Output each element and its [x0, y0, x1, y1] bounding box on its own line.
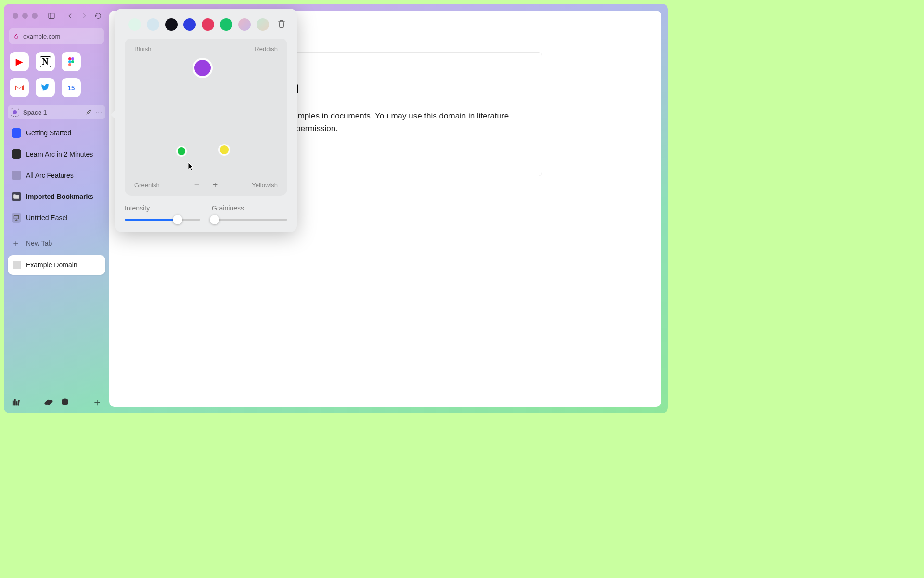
pinned-icon — [12, 128, 21, 138]
space-more-icon[interactable]: ··· — [95, 108, 103, 117]
slider-thumb[interactable] — [210, 215, 219, 224]
figma-icon — [68, 57, 75, 66]
color-swatch[interactable] — [183, 18, 196, 31]
tab-favicon — [13, 261, 21, 269]
svg-point-7 — [68, 63, 71, 66]
color-field-label-bluish: Bluish — [134, 45, 151, 53]
svg-point-5 — [68, 60, 71, 63]
color-field[interactable]: Bluish Reddish Greenish Yellowish − + — [125, 39, 287, 196]
color-field-label-greenish: Greenish — [134, 182, 160, 189]
slider-track[interactable] — [125, 219, 200, 221]
pinned-icon — [12, 149, 21, 159]
slider-thumb[interactable] — [173, 215, 182, 224]
favorite-figma[interactable] — [62, 52, 81, 71]
sidebar-footer: ＋ — [8, 394, 105, 408]
reload-icon[interactable] — [93, 10, 103, 22]
nav-back-icon[interactable] — [66, 10, 75, 22]
open-tabs: Example Domain — [8, 255, 105, 275]
archive-icon[interactable] — [61, 398, 69, 407]
address-text: example.com — [23, 33, 60, 40]
svg-rect-14 — [18, 400, 20, 405]
space-selector[interactable]: Space 1 ··· — [8, 105, 105, 119]
color-field-label-reddish: Reddish — [255, 45, 278, 53]
color-swatch[interactable] — [202, 18, 214, 31]
svg-rect-13 — [16, 402, 17, 406]
edit-space-icon[interactable] — [86, 108, 92, 117]
theme-popover: Bluish Reddish Greenish Yellowish − + In… — [115, 9, 297, 232]
svg-point-6 — [71, 60, 74, 63]
trash-icon[interactable] — [277, 18, 286, 31]
color-swatch[interactable] — [165, 18, 178, 31]
svg-rect-8 — [14, 215, 18, 219]
pinned-all-features[interactable]: All Arc Features — [8, 166, 105, 185]
lock-icon — [13, 33, 19, 39]
color-swatch[interactable] — [147, 18, 159, 31]
color-swatch[interactable] — [238, 18, 251, 31]
pinned-untitled-easel[interactable]: Untitled Easel — [8, 208, 105, 227]
pinned-icon — [12, 171, 21, 180]
pinned-getting-started[interactable]: Getting Started — [8, 123, 105, 143]
color-node-tertiary[interactable] — [220, 145, 229, 154]
nav-forward-icon[interactable] — [80, 10, 89, 22]
favorites-grid: ▶ N 15 — [8, 50, 105, 104]
favorite-glyph: N — [40, 56, 51, 67]
favorite-twitter[interactable] — [36, 78, 55, 97]
slider-label: Graininess — [212, 204, 287, 212]
add-color-icon[interactable]: + — [210, 180, 220, 190]
pinned-list: Getting Started Learn Arc in 2 Minutes A… — [8, 123, 105, 227]
space-label: Space 1 — [23, 109, 82, 116]
pinned-imported-bookmarks[interactable]: Imported Bookmarks — [8, 187, 105, 206]
color-field-label-yellowish: Yellowish — [252, 182, 278, 189]
svg-point-16 — [44, 399, 53, 405]
new-tab-button[interactable]: ＋ New Tab — [8, 236, 105, 250]
fullscreen-window-dot[interactable] — [32, 13, 38, 19]
address-bar[interactable]: example.com — [9, 28, 104, 44]
new-item-icon[interactable]: ＋ — [93, 398, 102, 407]
slider-track[interactable] — [212, 219, 287, 221]
space-badge-icon — [11, 108, 19, 117]
pinned-label: Imported Bookmarks — [26, 193, 93, 200]
color-swatch[interactable] — [220, 18, 232, 31]
plus-icon: ＋ — [12, 237, 20, 249]
color-swatch[interactable] — [128, 18, 141, 31]
svg-point-4 — [71, 57, 74, 60]
close-window-dot[interactable] — [13, 13, 18, 19]
pinned-label: Getting Started — [26, 129, 71, 137]
sidebar-toggle-icon[interactable] — [47, 10, 56, 22]
slider-label: Intensity — [125, 204, 200, 212]
color-node-secondary[interactable] — [178, 147, 185, 155]
svg-rect-11 — [13, 401, 13, 405]
tab-example-domain[interactable]: Example Domain — [8, 255, 105, 275]
easel-icon — [12, 213, 21, 223]
remove-color-icon[interactable]: − — [192, 180, 202, 190]
space-switcher-icon[interactable] — [44, 398, 53, 407]
color-swatch[interactable] — [257, 18, 269, 31]
favorite-calendar[interactable]: 15 — [62, 78, 81, 97]
svg-rect-0 — [49, 13, 54, 19]
pinned-learn-arc[interactable]: Learn Arc in 2 Minutes — [8, 144, 105, 164]
intensity-slider[interactable]: Intensity — [125, 204, 200, 221]
traffic-lights[interactable] — [13, 13, 38, 19]
favorite-glyph: ▶ — [16, 56, 23, 67]
twitter-icon — [41, 84, 50, 92]
pinned-label: Untitled Easel — [26, 214, 67, 222]
svg-rect-2 — [15, 36, 18, 39]
favorite-glyph: 15 — [68, 84, 75, 92]
color-node-primary[interactable] — [194, 60, 211, 76]
svg-rect-12 — [14, 399, 15, 405]
browser-window: example.com ▶ N 15 Space 1 — [4, 4, 668, 413]
pinned-label: All Arc Features — [26, 171, 74, 179]
favorite-notion[interactable]: N — [36, 52, 55, 71]
minimize-window-dot[interactable] — [22, 13, 28, 19]
color-swatch-row — [125, 16, 287, 39]
library-icon[interactable] — [12, 398, 20, 407]
graininess-slider[interactable]: Graininess — [212, 204, 287, 221]
sidebar: example.com ▶ N 15 Space 1 — [4, 4, 109, 413]
favorite-gmail[interactable] — [10, 78, 29, 97]
gmail-icon — [14, 84, 24, 91]
favorite-youtube[interactable]: ▶ — [10, 52, 29, 71]
tab-label: Example Domain — [26, 261, 77, 269]
new-tab-label: New Tab — [26, 239, 52, 247]
folder-icon — [12, 192, 21, 201]
window-toolbar — [8, 9, 105, 23]
